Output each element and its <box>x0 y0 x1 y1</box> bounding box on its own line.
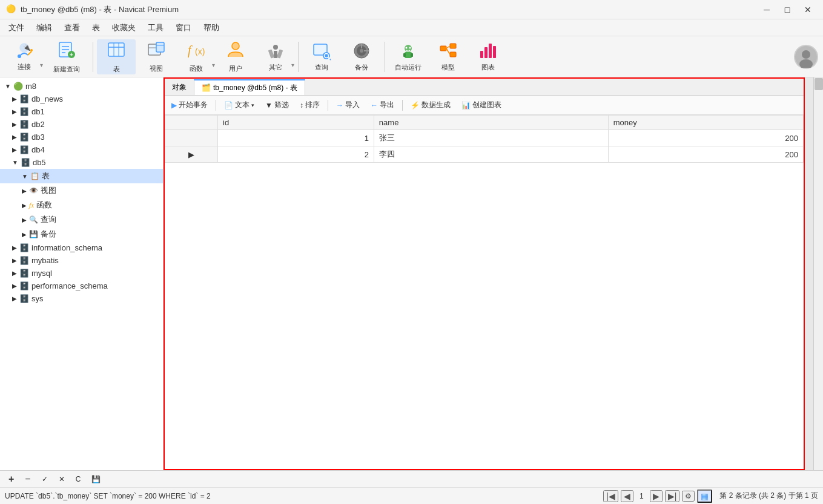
user-avatar[interactable] <box>794 45 818 69</box>
menu-help[interactable]: 帮助 <box>197 21 225 35</box>
backup-button[interactable]: 备份 <box>342 39 381 74</box>
function-button[interactable]: f (x) 函数 <box>177 39 216 74</box>
chart-button[interactable]: 图表 <box>469 39 507 74</box>
begin-transaction-button[interactable]: ▶ 开始事务 <box>168 99 211 111</box>
data-gen-button[interactable]: ⚡ 数据生成 <box>408 99 454 111</box>
db_news-label: db_news <box>31 94 158 103</box>
create-chart-button[interactable]: 📊 创建图表 <box>458 99 504 111</box>
maximize-button[interactable]: □ <box>778 3 796 16</box>
menu-window[interactable]: 窗口 <box>170 21 197 35</box>
sidebar-item-func[interactable]: ▶ 𝑓𝑥 函数 <box>0 198 163 212</box>
sidebar-item-view[interactable]: ▶ 👁️ 视图 <box>0 183 163 198</box>
row2-money[interactable]: 200 <box>608 146 803 163</box>
view-button[interactable]: 视图 <box>137 39 176 74</box>
chart-icon <box>478 41 498 62</box>
col-header-id[interactable]: id <box>218 116 374 130</box>
svg-point-49 <box>802 50 810 59</box>
check-button[interactable]: ✓ <box>38 475 51 483</box>
menu-favorites[interactable]: 收藏夹 <box>106 21 142 35</box>
col-header-name[interactable]: name <box>374 116 608 130</box>
sort-button[interactable]: ↕ 排序 <box>297 99 323 111</box>
sidebar-item-mysql[interactable]: ▶ 🗄️ mysql <box>0 267 163 280</box>
new-query-button[interactable]: + 新建查询 <box>44 39 89 74</box>
text-label: 文本 <box>235 100 250 110</box>
menu-file[interactable]: 文件 <box>2 21 30 35</box>
right-scrollbar[interactable] <box>813 77 823 470</box>
sidebar-item-db1[interactable]: ▶ 🗄️ db1 <box>0 105 163 118</box>
menu-edit[interactable]: 编辑 <box>30 21 58 35</box>
filter-label: 筛选 <box>274 100 289 110</box>
col-header-money[interactable]: money <box>608 116 803 130</box>
query-icon <box>312 41 331 62</box>
next-page-button[interactable]: ▶ <box>650 490 663 502</box>
new-query-icon: + <box>57 40 76 64</box>
expand-arrow-backup: ▶ <box>22 231 27 238</box>
row1-id[interactable]: 1 <box>218 130 374 146</box>
table-tab-icon: 🗂️ <box>202 83 211 92</box>
save-row-button[interactable]: 💾 <box>88 475 104 483</box>
menu-tools[interactable]: 工具 <box>142 21 170 35</box>
model-button[interactable]: 模型 <box>429 39 468 74</box>
add-row-button[interactable]: + <box>5 474 18 485</box>
sidebar-item-db5[interactable]: ▼ 🗄️ db5 <box>0 156 163 169</box>
user-button[interactable]: 用户 <box>216 39 255 74</box>
sidebar-item-db4[interactable]: ▶ 🗄️ db4 <box>0 143 163 156</box>
sidebar-item-backup[interactable]: ▶ 💾 备份 <box>0 227 163 241</box>
sidebar-item-db_news[interactable]: ▶ 🗄️ db_news <box>0 93 163 105</box>
svg-rect-36 <box>411 53 413 57</box>
last-page-button[interactable]: ▶| <box>665 490 680 502</box>
menu-table[interactable]: 表 <box>86 21 106 35</box>
tab-objects[interactable]: 对象 <box>165 79 194 95</box>
first-page-button[interactable]: |◀ <box>603 490 618 502</box>
sidebar: ▼ 🟢 m8 ▶ 🗄️ db_news ▶ 🗄️ db1 ▶ 🗄️ db2 ▶ … <box>0 77 164 470</box>
sidebar-item-mybatis[interactable]: ▶ 🗄️ mybatis <box>0 254 163 267</box>
sidebar-item-information_schema[interactable]: ▶ 🗄️ information_schema <box>0 241 163 254</box>
menu-view[interactable]: 查看 <box>58 21 86 35</box>
sidebar-item-db3[interactable]: ▶ 🗄️ db3 <box>0 131 163 143</box>
mybatis-icon: 🗄️ <box>19 256 29 265</box>
sidebar-item-db2[interactable]: ▶ 🗄️ db2 <box>0 118 163 131</box>
settings-button[interactable]: ⚙ <box>682 491 695 502</box>
import-button[interactable]: → 导入 <box>333 99 363 111</box>
svg-text:🔌: 🔌 <box>23 44 31 51</box>
row2-name[interactable]: 李四 <box>374 146 608 163</box>
row2-id[interactable]: 2 <box>218 146 374 163</box>
table-tab-label: tb_money @db5 (m8) - 表 <box>213 83 297 93</box>
db3-icon: 🗄️ <box>19 133 29 142</box>
delete-row-button[interactable]: − <box>21 474 34 485</box>
sidebar-item-table[interactable]: ▼ 📋 表 <box>0 169 163 183</box>
svg-text:+: + <box>70 51 73 58</box>
sidebar-item-sys[interactable]: ▶ 🗄️ sys <box>0 292 163 305</box>
scrollbar-thumb[interactable] <box>815 78 823 90</box>
titlebar: 🟡 tb_money @db5 (m8) - 表 - Navicat Premi… <box>0 0 823 19</box>
cancel-button[interactable]: ✕ <box>55 475 68 483</box>
sidebar-item-query[interactable]: ▶ 🔍 查询 <box>0 212 163 227</box>
window-title: tb_money @db5 (m8) - 表 - Navicat Premium <box>21 4 758 15</box>
row1-money[interactable]: 200 <box>608 130 803 146</box>
filter-button[interactable]: ▼ 筛选 <box>262 99 292 111</box>
svg-point-20 <box>232 42 239 50</box>
autorun-button[interactable]: 自动运行 <box>389 39 428 74</box>
expand-arrow-db2: ▶ <box>12 121 17 128</box>
tab-tb_money[interactable]: 🗂️ tb_money @db5 (m8) - 表 <box>194 79 305 95</box>
connect-button[interactable]: 🔌 连接 <box>5 39 44 74</box>
table-button[interactable]: 表 <box>97 39 136 74</box>
sidebar-item-m8[interactable]: ▼ 🟢 m8 <box>0 80 163 93</box>
sidebar-item-perf[interactable]: ▶ 🗄️ performance_schema <box>0 280 163 292</box>
query-button[interactable]: 查询 <box>302 39 341 74</box>
export-button[interactable]: ← 导出 <box>368 99 397 111</box>
record-info: 第 2 条记录 (共 2 条) 于第 1 页 <box>719 491 818 501</box>
grid-view-button[interactable]: ▦ <box>697 489 712 503</box>
text-button[interactable]: 📄 文本 ▾ <box>221 99 257 111</box>
svg-line-29 <box>328 57 330 59</box>
close-button[interactable]: ✕ <box>799 3 817 16</box>
prev-page-button[interactable]: ◀ <box>621 490 633 502</box>
other-button[interactable]: 其它 <box>256 39 295 74</box>
row1-name[interactable]: 张三 <box>374 130 608 146</box>
minimize-button[interactable]: ─ <box>758 3 776 16</box>
refresh-button[interactable]: C <box>72 475 85 483</box>
info-label: information_schema <box>31 243 158 252</box>
autorun-label: 自动运行 <box>395 63 421 72</box>
add-icon: + <box>8 474 14 485</box>
function-icon: f (x) <box>187 40 206 63</box>
